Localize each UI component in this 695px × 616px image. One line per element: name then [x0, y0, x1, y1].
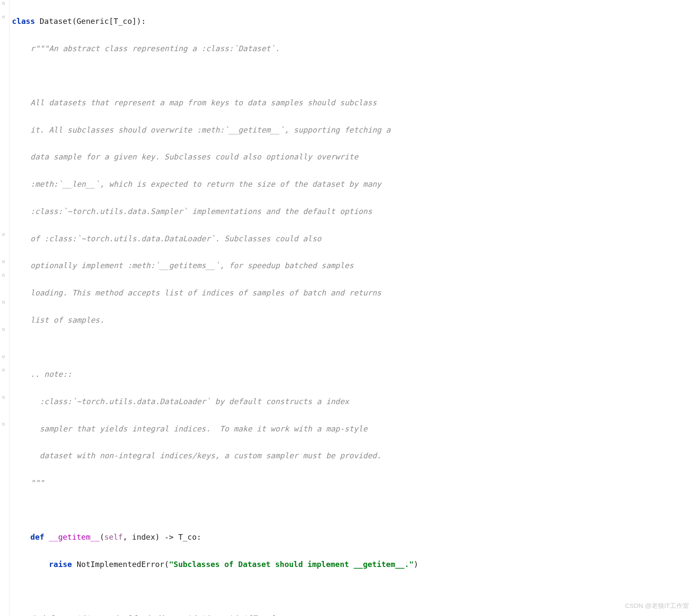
code-line: :meth:`__len__`, which is expected to re…	[12, 177, 695, 191]
code-line: loading. This method accepts list of ind…	[12, 286, 695, 300]
code-line: :class:`~torch.utils.data.Sampler` imple…	[12, 205, 695, 218]
code-line: """	[12, 476, 695, 490]
function-name: __getitem__	[49, 532, 100, 541]
fold-icon[interactable]: ⊡	[2, 327, 7, 333]
self-param: self	[104, 532, 123, 541]
fold-icon[interactable]: ⊟	[2, 355, 7, 360]
code-line: All datasets that represent a map from k…	[12, 96, 695, 110]
code-line	[12, 340, 695, 354]
code-line: optionally implement :meth:`__getitems__…	[12, 259, 695, 272]
watermark: CSDN @老狼IT工作室	[625, 600, 689, 612]
code-line: sampler that yields integral indices. To…	[12, 422, 695, 436]
docstring: list of samples.	[12, 315, 104, 324]
code-line	[12, 69, 695, 82]
keyword-raise: raise	[49, 560, 72, 569]
code-line: :class:`~torch.utils.data.DataLoader` by…	[12, 395, 695, 408]
docstring: dataset with non-integral indices/keys, …	[12, 451, 381, 460]
fold-icon[interactable]: ⊟	[2, 300, 7, 305]
docstring: of :class:`~torch.utils.data.DataLoader`…	[12, 234, 321, 243]
code-editor[interactable]: class Dataset(Generic[T_co]): r"""An abs…	[9, 0, 695, 616]
docstring: it. All subclasses should overwrite :met…	[12, 125, 391, 134]
fold-gutter: ⊟ ⊟ ⊡ ⊟ ⊡ ⊟ ⊡ ⊟ ⊡ ⊡ ⊡	[0, 0, 9, 616]
code-line: .. note::	[12, 367, 695, 381]
docstring: All datasets that represent a map from k…	[12, 98, 377, 107]
fold-icon[interactable]: ⊡	[2, 232, 7, 237]
class-name: Dataset(Generic[T_co]):	[35, 17, 146, 26]
code-line: of :class:`~torch.utils.data.DataLoader`…	[12, 232, 695, 246]
string-literal: "Subclasses of Dataset should implement …	[169, 560, 413, 569]
docstring: loading. This method accepts list of ind…	[12, 288, 381, 297]
docstring: data sample for a given key. Subclasses …	[12, 152, 358, 161]
code-line: it. All subclasses should overwrite :met…	[12, 123, 695, 137]
code-line: raise NotImplementedError("Subclasses of…	[12, 558, 695, 571]
code-line: data sample for a given key. Subclasses …	[12, 150, 695, 164]
code-line: list of samples.	[12, 313, 695, 327]
docstring: .. note::	[12, 370, 72, 379]
code-line: def __getitem__(self, index) -> T_co:	[12, 530, 695, 544]
docstring: r"""An abstract class representing a :cl…	[12, 44, 280, 53]
fold-icon[interactable]: ⊟	[2, 15, 7, 20]
docstring: :class:`~torch.utils.data.DataLoader` by…	[12, 397, 349, 406]
fold-icon[interactable]: ⊡	[2, 368, 7, 373]
fold-icon[interactable]: ⊡	[2, 422, 7, 427]
code-line: dataset with non-integral indices/keys, …	[12, 449, 695, 463]
code-line: # def __getitems__(self, indices: List) …	[12, 612, 695, 616]
docstring: sampler that yields integral indices. To…	[12, 424, 367, 433]
code-line: class Dataset(Generic[T_co]):	[12, 14, 695, 28]
code-line	[12, 503, 695, 517]
fold-icon[interactable]: ⊡	[2, 273, 7, 278]
keyword-def: def	[30, 532, 44, 541]
code-line	[12, 585, 695, 599]
code-line: r"""An abstract class representing a :cl…	[12, 42, 695, 55]
fold-icon[interactable]: ⊡	[2, 395, 7, 400]
fold-icon[interactable]: ⊟	[2, 1, 7, 6]
docstring: :meth:`__len__`, which is expected to re…	[12, 179, 381, 188]
fold-icon[interactable]: ⊟	[2, 260, 7, 265]
docstring: """	[12, 478, 44, 487]
docstring: :class:`~torch.utils.data.Sampler` imple…	[12, 207, 372, 216]
keyword-class: class	[12, 17, 35, 26]
comment: # def __getitems__(self, indices: List) …	[12, 614, 280, 616]
docstring: optionally implement :meth:`__getitems__…	[12, 261, 354, 270]
